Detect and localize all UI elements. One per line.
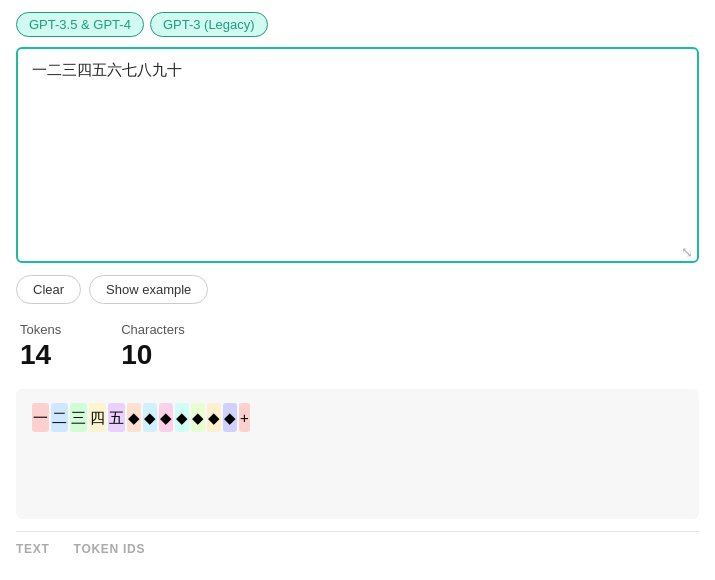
resize-icon: ⤡ <box>681 245 693 259</box>
tokens-label: Tokens <box>20 322 61 337</box>
tokens-visual-container: 一二三四五◆◆◆◆◆◆◆+ <box>16 389 699 519</box>
main-input[interactable]: 一二三四五六七八九十 <box>18 49 697 239</box>
tokens-visual: 一二三四五◆◆◆◆◆◆◆+ <box>32 403 683 432</box>
token-chip: ◆ <box>207 403 221 432</box>
tabs-container: GPT-3.5 & GPT-4 GPT-3 (Legacy) <box>16 12 699 37</box>
bottom-tabs: TEXT TOKEN IDS <box>16 531 699 560</box>
resize-handle: ⤡ <box>18 243 697 261</box>
tab-text[interactable]: TEXT <box>16 542 50 560</box>
token-chip: 三 <box>70 403 87 432</box>
token-chip: ◆ <box>143 403 157 432</box>
clear-button[interactable]: Clear <box>16 275 81 304</box>
tab-gpt3-legacy[interactable]: GPT-3 (Legacy) <box>150 12 268 37</box>
textarea-wrapper: 一二三四五六七八九十 ⤡ <box>16 47 699 263</box>
buttons-row: Clear Show example <box>16 275 699 304</box>
token-chip: ◆ <box>175 403 189 432</box>
tab-gpt35-gpt4[interactable]: GPT-3.5 & GPT-4 <box>16 12 144 37</box>
token-chip: 四 <box>89 403 106 432</box>
characters-label: Characters <box>121 322 185 337</box>
tokens-stat: Tokens 14 <box>20 322 61 371</box>
token-chip: 五 <box>108 403 125 432</box>
token-chip: ◆ <box>191 403 205 432</box>
token-chip: ◆ <box>127 403 141 432</box>
token-chip: ◆ <box>223 403 237 432</box>
tokens-value: 14 <box>20 339 61 371</box>
token-chip: ◆ <box>159 403 173 432</box>
characters-stat: Characters 10 <box>121 322 185 371</box>
stats-row: Tokens 14 Characters 10 <box>16 322 699 371</box>
token-chip: 二 <box>51 403 68 432</box>
show-example-button[interactable]: Show example <box>89 275 208 304</box>
tab-token-ids[interactable]: TOKEN IDS <box>74 542 146 560</box>
token-chip: 一 <box>32 403 49 432</box>
characters-value: 10 <box>121 339 185 371</box>
token-chip: + <box>239 403 250 432</box>
